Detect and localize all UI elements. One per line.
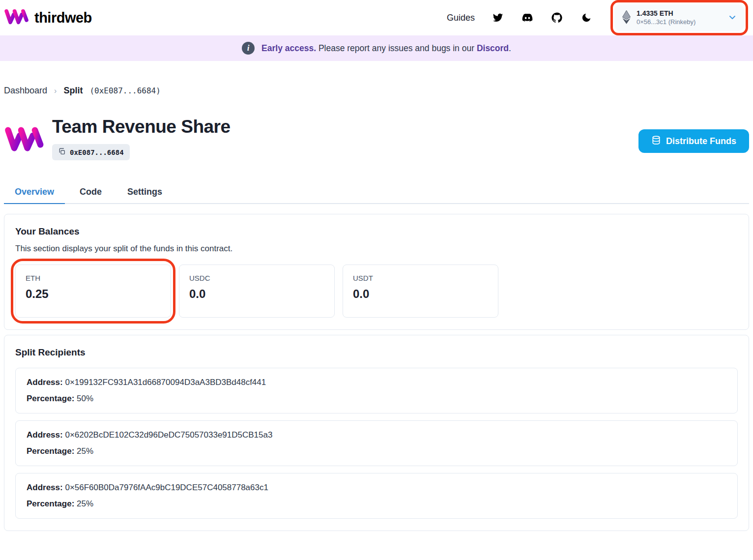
balance-value: 0.0 <box>189 287 324 301</box>
discord-link[interactable]: Discord <box>477 43 509 53</box>
page-title: Team Revenue Share <box>52 117 231 137</box>
recipient-row: Address: 0×56F60B0Da7976fAAc9bC19DCE57C4… <box>15 473 738 519</box>
ethereum-icon <box>622 10 631 26</box>
chevron-down-icon <box>728 13 736 23</box>
eth-balance-wrap: ETH 0.25 <box>15 265 171 318</box>
recipient-address: Address: 0×6202BcDE102C32d96DeDC75057033… <box>27 430 726 440</box>
contract-title-block: Team Revenue Share 0xE087...6684 <box>52 117 231 160</box>
discord-icon[interactable] <box>521 11 534 24</box>
usdt-balance-card: USDT 0.0 <box>343 265 498 318</box>
distribute-funds-button[interactable]: Distribute Funds <box>638 129 749 153</box>
wallet-info: 1.4335 ETH 0×56...3c1 (Rinkeby) <box>637 9 695 26</box>
guides-link[interactable]: Guides <box>447 13 475 23</box>
twitter-icon[interactable] <box>492 11 504 24</box>
wallet-button[interactable]: 1.4335 ETH 0×56...3c1 (Rinkeby) <box>614 4 744 31</box>
banner-bold: Early access. <box>261 43 316 53</box>
balances-title: Your Balances <box>15 226 738 237</box>
page: thirdweb Guides <box>0 0 753 560</box>
recipient-address: Address: 0×56F60B0Da7976fAAc9bC19DCE57C4… <box>27 483 726 493</box>
recipient-percentage: Percentage: 50% <box>27 394 726 404</box>
main-content: Dashboard › Split (0xE087...6684) Team R… <box>0 86 753 531</box>
recipient-address: Address: 0×199132FC931A31d66870094D3aA3B… <box>27 378 726 387</box>
recipient-percentage: Percentage: 25% <box>27 446 726 456</box>
contract-header: Team Revenue Share 0xE087...6684 Distrib… <box>4 117 749 160</box>
recipient-row: Address: 0×6202BcDE102C32d96DeDC75057033… <box>15 420 738 466</box>
balance-value: 0.0 <box>353 287 488 301</box>
breadcrumb-current: Split <box>63 86 83 96</box>
thirdweb-home-link[interactable]: thirdweb <box>4 8 92 27</box>
dark-mode-moon-icon[interactable] <box>580 11 593 24</box>
usdc-balance-wrap: USDC 0.0 <box>179 265 335 318</box>
recipients-title: Split Recipients <box>15 347 738 358</box>
balance-value: 0.25 <box>26 287 161 301</box>
usdt-balance-wrap: USDT 0.0 <box>343 265 498 318</box>
navbar-actions: Guides <box>447 4 744 31</box>
breadcrumb-contract-address: (0xE087...6684) <box>89 86 161 95</box>
banner-text: Early access. Please report any issues a… <box>261 43 511 54</box>
wallet-balance: 1.4335 ETH <box>637 9 673 18</box>
tab-code[interactable]: Code <box>69 183 113 204</box>
balance-currency-label: USDC <box>189 274 324 282</box>
github-icon[interactable] <box>550 11 563 24</box>
info-icon: i <box>242 42 255 55</box>
eth-balance-card: ETH 0.25 <box>15 265 171 318</box>
brand-name: thirdweb <box>34 10 92 26</box>
copy-icon <box>58 147 66 157</box>
breadcrumb: Dashboard › Split (0xE087...6684) <box>4 86 749 96</box>
early-access-banner: i Early access. Please report any issues… <box>0 35 753 61</box>
balances-row: ETH 0.25 USDC 0.0 USDT 0.0 <box>15 265 738 318</box>
recipient-row: Address: 0×199132FC931A31d66870094D3aA3B… <box>15 368 738 413</box>
tab-overview[interactable]: Overview <box>4 183 65 204</box>
tab-bar: Overview Code Settings <box>4 183 749 204</box>
wallet-widget: 1.4335 ETH 0×56...3c1 (Rinkeby) <box>614 4 744 31</box>
tab-settings[interactable]: Settings <box>116 183 173 204</box>
contract-address-badge[interactable]: 0xE087...6684 <box>52 144 130 160</box>
coins-icon <box>651 135 661 147</box>
usdc-balance-card: USDC 0.0 <box>179 265 335 318</box>
top-navbar: thirdweb Guides <box>0 0 753 35</box>
contract-logo-icon <box>4 123 45 155</box>
breadcrumb-dashboard-link[interactable]: Dashboard <box>4 86 47 96</box>
split-recipients-card: Split Recipients Address: 0×199132FC931A… <box>4 335 749 531</box>
your-balances-card: Your Balances This section displays your… <box>4 214 749 330</box>
balances-description: This section displays your split of the … <box>15 244 738 254</box>
recipient-percentage: Percentage: 25% <box>27 499 726 509</box>
balance-currency-label: USDT <box>353 274 488 282</box>
wallet-address: 0×56...3c1 (Rinkeby) <box>637 18 695 27</box>
breadcrumb-chevron-icon: › <box>54 87 57 95</box>
balance-currency-label: ETH <box>26 274 161 282</box>
thirdweb-logo-icon <box>4 8 29 27</box>
